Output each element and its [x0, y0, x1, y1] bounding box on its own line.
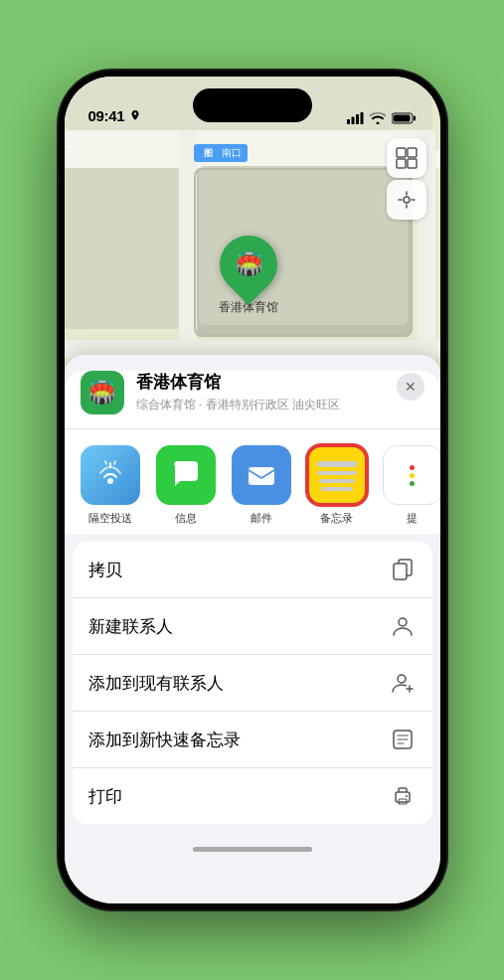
airdrop-label: 隔空投送	[88, 511, 132, 526]
svg-point-23	[399, 618, 407, 626]
svg-rect-32	[396, 792, 410, 802]
more-label: 提	[407, 511, 418, 526]
share-item-notes[interactable]: 备忘录	[307, 445, 367, 526]
svg-rect-0	[347, 119, 350, 124]
location-icon	[130, 110, 140, 122]
more-icon	[383, 445, 440, 505]
share-item-mail[interactable]: 邮件	[232, 445, 291, 526]
svg-rect-10	[408, 159, 417, 168]
wifi-icon	[370, 112, 386, 124]
svg-point-16	[107, 478, 113, 484]
bottom-sheet: 🏟️ 香港体育馆 综合体育馆 · 香港特别行政区 油尖旺区 ✕	[65, 355, 440, 903]
map-controls	[387, 138, 426, 220]
action-quick-note-label: 添加到新快速备忘录	[88, 729, 241, 751]
svg-point-34	[406, 795, 408, 797]
location-subtitle: 综合体育馆 · 香港特别行政区 油尖旺区	[136, 397, 385, 413]
status-time: 09:41	[88, 107, 125, 124]
share-item-messages[interactable]: 信息	[156, 445, 216, 526]
mail-icon	[232, 445, 291, 505]
dynamic-island	[193, 88, 312, 122]
note-icon	[389, 726, 417, 753]
close-button[interactable]: ✕	[397, 373, 424, 401]
svg-rect-6	[393, 115, 410, 122]
svg-rect-2	[356, 114, 359, 124]
person-icon	[389, 612, 417, 640]
phone-frame: 09:41	[59, 71, 446, 909]
map-pin: 🏟️ 香港体育馆	[219, 236, 278, 316]
battery-icon	[392, 112, 417, 124]
action-new-contact-label: 新建联系人	[88, 615, 173, 638]
share-item-more[interactable]: 提	[383, 445, 440, 526]
notes-icon	[307, 445, 367, 505]
messages-label: 信息	[175, 511, 197, 526]
location-header: 🏟️ 香港体育馆 综合体育馆 · 香港特别行政区 油尖旺区 ✕	[65, 371, 440, 428]
home-indicator	[193, 847, 312, 852]
svg-point-24	[398, 675, 406, 683]
svg-line-19	[114, 461, 115, 464]
map-view-toggle[interactable]	[387, 138, 426, 178]
venue-icon: 🏟️	[81, 371, 124, 414]
map-label: 图 南口	[194, 144, 249, 162]
action-print-label: 打印	[88, 785, 122, 808]
person-add-icon	[389, 669, 417, 697]
svg-rect-9	[397, 159, 406, 168]
phone-screen: 09:41	[65, 77, 440, 903]
location-button[interactable]	[387, 180, 426, 220]
svg-point-11	[404, 197, 410, 203]
location-name: 香港体育馆	[136, 371, 385, 394]
signal-icon	[347, 112, 364, 124]
mail-label: 邮件	[251, 511, 272, 526]
action-quick-note[interactable]: 添加到新快速备忘录	[73, 712, 432, 768]
action-copy[interactable]: 拷贝	[73, 542, 432, 598]
messages-icon	[156, 445, 216, 505]
svg-rect-22	[394, 564, 407, 579]
svg-rect-5	[414, 116, 416, 121]
svg-rect-1	[351, 117, 354, 125]
action-copy-label: 拷贝	[88, 559, 122, 581]
share-item-airdrop[interactable]: 隔空投送	[81, 445, 140, 526]
action-add-existing[interactable]: 添加到现有联系人	[73, 655, 432, 712]
action-list: 拷贝 新建联系人	[73, 542, 432, 824]
status-icons	[347, 112, 417, 124]
svg-rect-7	[397, 148, 406, 157]
svg-line-18	[105, 461, 106, 464]
notes-label: 备忘录	[320, 511, 353, 526]
svg-rect-8	[408, 148, 417, 157]
action-new-contact[interactable]: 新建联系人	[73, 598, 432, 655]
print-icon	[389, 782, 417, 810]
copy-icon	[389, 556, 417, 583]
action-print[interactable]: 打印	[73, 768, 432, 824]
share-row: 隔空投送 信息	[65, 428, 440, 534]
location-info: 香港体育馆 综合体育馆 · 香港特别行政区 油尖旺区	[136, 371, 385, 413]
svg-rect-20	[249, 467, 274, 485]
action-add-existing-label: 添加到现有联系人	[88, 672, 224, 695]
airdrop-icon	[81, 445, 140, 505]
svg-rect-3	[360, 112, 363, 124]
